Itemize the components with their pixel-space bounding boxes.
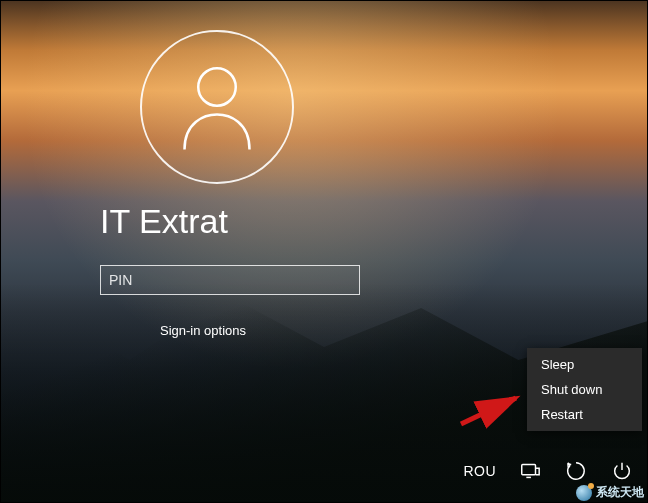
power-menu: Sleep Shut down Restart [527,348,642,431]
power-menu-restart[interactable]: Restart [527,402,642,427]
power-menu-shutdown[interactable]: Shut down [527,377,642,402]
user-avatar [140,30,294,184]
svg-rect-2 [522,465,536,475]
login-area: IT Extrat Sign-in options [100,30,400,338]
network-button[interactable] [518,459,542,483]
watermark: 系统天地 [576,484,644,501]
power-icon [611,460,633,482]
language-indicator[interactable]: ROU [463,463,496,479]
svg-point-0 [198,68,236,106]
watermark-text: 系统天地 [596,484,644,501]
power-menu-sleep[interactable]: Sleep [527,352,642,377]
power-button[interactable] [610,459,634,483]
watermark-globe-icon [576,485,592,501]
power-menu-item-label: Restart [541,407,583,422]
username-label: IT Extrat [100,202,400,241]
pin-input[interactable] [100,265,360,295]
network-icon [519,460,541,482]
user-icon [177,62,257,152]
ease-of-access-icon [565,460,587,482]
ease-of-access-button[interactable] [564,459,588,483]
power-menu-item-label: Sleep [541,357,574,372]
lock-screen-corner-buttons: ROU [463,459,634,483]
signin-options-link[interactable]: Sign-in options [160,323,400,338]
power-menu-item-label: Shut down [541,382,602,397]
